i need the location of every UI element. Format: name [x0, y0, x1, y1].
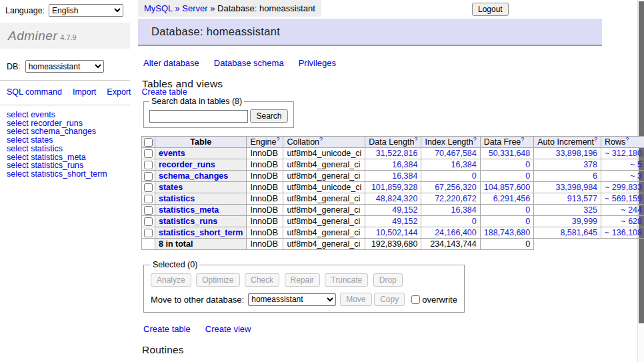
selected-fieldset: Selected (0) Analyze Optimize Check Repa… [143, 260, 465, 313]
breadcrumb-server[interactable]: Server [182, 3, 207, 13]
selected-repair-button[interactable]: Repair [285, 273, 320, 287]
help-link-data-free[interactable]: ? [521, 136, 524, 143]
row-checkbox-events[interactable] [144, 149, 153, 158]
col-header-data-free: Data Free? [480, 137, 534, 148]
table-row-statistics: statisticsInnoDButf8mb4_general_ci48,824… [142, 193, 644, 205]
data-free-cell: 188,743,680 [480, 227, 534, 239]
selected-drop-button[interactable]: Drop [373, 273, 403, 287]
sidebar-select-statistics-short-term[interactable]: select statistics_short_term [7, 170, 123, 179]
help-link-rows[interactable]: ? [625, 136, 629, 143]
sidebar-select-states[interactable]: select states [7, 136, 123, 145]
overwrite-checkbox[interactable] [411, 295, 420, 304]
engine-cell: InnoDB [247, 182, 283, 193]
sidebar-link-export[interactable]: Export [107, 87, 131, 97]
selected-optimize-button[interactable]: Optimize [196, 273, 239, 287]
table-link-states[interactable]: states [159, 183, 183, 192]
overwrite-label: overwrite [422, 295, 457, 305]
help-link-index-length[interactable]: ? [473, 136, 477, 143]
rows-cell[interactable]: ~ 312,180 [601, 148, 644, 159]
rows-cell[interactable]: ~ 299,833 [601, 182, 644, 193]
row-checkbox-states[interactable] [144, 183, 153, 192]
help-link-data-length[interactable]: ? [414, 136, 417, 143]
col-header-index-length: Index Length? [421, 137, 480, 148]
sidebar-select-events[interactable]: select events [7, 111, 123, 119]
breadcrumb-database-homeassistant: Database: homeassistant [217, 3, 315, 13]
move-move-button[interactable]: Move [340, 293, 371, 306]
help-link-auto-increment[interactable]: ? [594, 136, 597, 143]
table-name-cell: schema_changes [155, 171, 247, 182]
row-checkbox-schema-changes[interactable] [144, 172, 153, 181]
move-copy-button[interactable]: Copy [374, 293, 405, 306]
collation-cell: utf8mb4_general_ci [283, 205, 365, 216]
sidebar-link-sql-command[interactable]: SQL command [7, 87, 62, 97]
table-link-schema-changes[interactable]: schema_changes [159, 171, 228, 181]
engine-cell: InnoDB [247, 193, 283, 205]
help-link-collation[interactable]: ? [319, 136, 323, 143]
table-link-recorder-runs[interactable]: recorder_runs [159, 160, 215, 169]
table-row-schema-changes: schema_changesInnoDButf8mb4_general_ci16… [142, 171, 644, 182]
footer-total-label: 8 in total [155, 239, 247, 250]
auto-increment-cell: 378 [534, 159, 601, 171]
selected-buttons: Analyze Optimize Check Repair Truncate D… [151, 273, 457, 287]
selected-analyze-button[interactable]: Analyze [151, 273, 191, 287]
selected-check-button[interactable]: Check [245, 273, 279, 287]
table-row-events: eventsInnoDButf8mb4_unicode_ci31,522,816… [142, 148, 644, 159]
rows-cell[interactable]: ~ 5 [601, 159, 644, 171]
select-all-checkbox[interactable] [144, 138, 153, 147]
table-link-statistics[interactable]: statistics [159, 194, 195, 203]
move-database-select[interactable]: homeassistant [248, 293, 336, 306]
col-header-auto-increment: Auto Increment? [534, 137, 601, 148]
db-select[interactable]: homeassistant [25, 60, 104, 73]
row-checkbox-cell [142, 193, 155, 205]
table-link-events[interactable]: events [159, 149, 185, 158]
auto-increment-cell: 33,398,984 [534, 182, 601, 193]
row-checkbox-cell [142, 148, 155, 159]
row-checkbox-recorder-runs[interactable] [144, 161, 153, 169]
row-checkbox-cell [142, 205, 155, 216]
table-link-statistics-short-term[interactable]: statistics_short_term [159, 228, 243, 237]
index-length-cell: 0 [421, 216, 480, 227]
db-link-privileges[interactable]: Privileges [299, 58, 336, 68]
row-checkbox-statistics-runs[interactable] [144, 217, 153, 226]
row-checkbox-statistics-meta[interactable] [144, 206, 153, 215]
breadcrumb-mysql[interactable]: MySQL [144, 3, 173, 13]
table-link-statistics-runs[interactable]: statistics_runs [159, 217, 217, 226]
table-total-row: 8 in totalInnoDButf8mb4_general_ci192,83… [142, 239, 644, 250]
create-link-create-table[interactable]: Create table [143, 324, 191, 334]
breadcrumb: MySQL » Server » Database: homeassistant [138, 0, 321, 17]
help-link-engine[interactable]: ? [276, 136, 279, 143]
selected-truncate-button[interactable]: Truncate [325, 273, 368, 287]
tables-heading: Tables and views [142, 78, 602, 90]
table-row-statistics-runs: statistics_runsInnoDButf8mb4_general_ci4… [142, 216, 644, 227]
search-input[interactable] [149, 110, 248, 123]
table-row-recorder-runs: recorder_runsInnoDButf8mb4_general_ci16,… [142, 159, 644, 171]
data-free-cell: 0 [480, 205, 534, 216]
footer-data-length-cell: 192,839,680 [365, 239, 421, 250]
footer-index-length-cell: 234,143,744 [421, 239, 480, 250]
row-checkbox-statistics[interactable] [144, 195, 153, 203]
table-link-statistics-meta[interactable]: statistics_meta [159, 205, 219, 215]
page-title: Database: homeassistant [138, 19, 602, 46]
search-button[interactable]: Search [250, 109, 287, 123]
data-free-cell: 104,857,600 [480, 182, 534, 193]
adminer-version: 4.7.9 [60, 33, 76, 41]
rows-cell[interactable]: ~ 3 [601, 171, 644, 182]
rows-cell[interactable]: ~ 136,108 [601, 227, 644, 239]
selected-legend: Selected (0) [151, 260, 199, 269]
rows-cell[interactable]: ~ 569,159 [601, 193, 644, 205]
row-checkbox-statistics-short-term[interactable] [144, 229, 153, 237]
db-link-database-schema[interactable]: Database schema [214, 58, 284, 68]
sidebar-link-import[interactable]: Import [73, 87, 96, 97]
data-free-cell: 6,291,456 [480, 193, 534, 205]
language-select[interactable]: English [49, 4, 123, 17]
db-link-alter-database[interactable]: Alter database [143, 58, 199, 68]
create-link-create-view[interactable]: Create view [205, 324, 251, 334]
engine-cell: InnoDB [247, 205, 283, 216]
auto-increment-cell: 913,577 [534, 193, 601, 205]
language-label: Language: [5, 6, 45, 15]
data-length-cell: 10,502,144 [365, 227, 421, 239]
overwrite-wrap: overwrite [411, 295, 457, 305]
rows-cell[interactable]: ~ 628 [601, 216, 644, 227]
sidebar-select-statistics[interactable]: select statistics [7, 145, 123, 153]
rows-cell[interactable]: ~ 244 [601, 205, 644, 216]
